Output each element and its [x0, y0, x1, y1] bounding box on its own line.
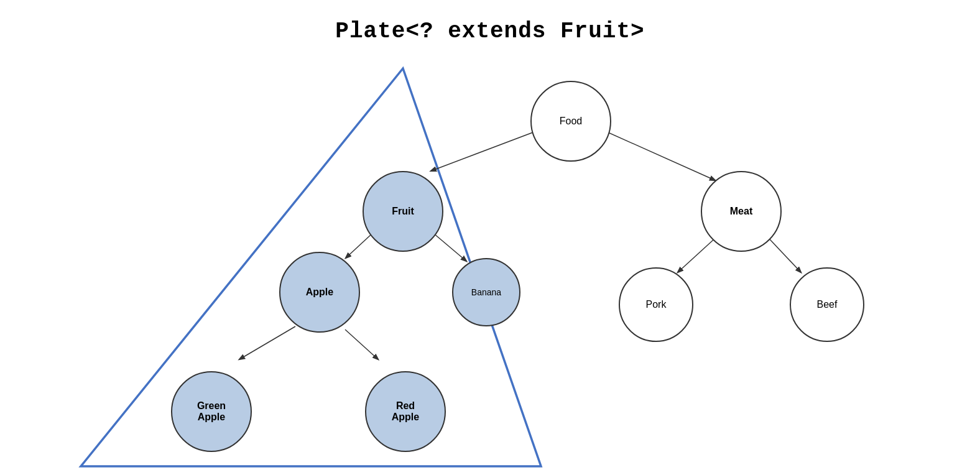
svg-line-6 — [239, 326, 295, 359]
node-red-apple: Red Apple — [365, 371, 446, 452]
node-apple: Apple — [279, 252, 360, 333]
svg-line-7 — [345, 330, 378, 359]
node-fruit: Fruit — [363, 171, 443, 252]
diagram-svg — [0, 0, 980, 475]
svg-line-2 — [431, 127, 546, 171]
page-title: Plate<? extends Fruit> — [0, 0, 980, 44]
svg-line-3 — [597, 127, 715, 180]
node-meat: Meat — [701, 171, 782, 252]
node-beef: Beef — [790, 267, 864, 342]
node-banana: Banana — [452, 258, 520, 326]
node-pork: Pork — [619, 267, 693, 342]
node-green-apple: Green Apple — [171, 371, 252, 452]
svg-line-8 — [678, 239, 714, 272]
svg-line-9 — [770, 239, 801, 272]
node-food: Food — [530, 81, 611, 162]
